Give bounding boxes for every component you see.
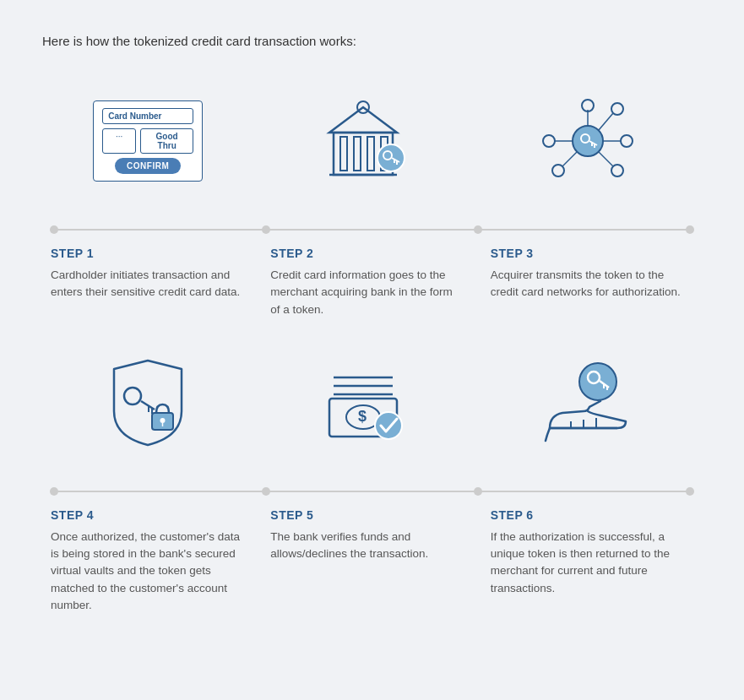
step3-text-cell: STEP 3 Acquirer transmits the token to t…	[482, 238, 702, 335]
step1-label: STEP 1	[51, 247, 245, 260]
step4-icon-area	[51, 344, 245, 462]
svg-point-25	[611, 165, 623, 176]
svg-line-20	[599, 113, 613, 130]
svg-rect-2	[354, 137, 361, 171]
step3-label: STEP 3	[491, 247, 685, 260]
svg-point-23	[621, 135, 633, 147]
confirm-button[interactable]: CONFIRM	[115, 158, 181, 174]
step1-desc: Cardholder initiates transaction and ent…	[51, 267, 245, 301]
step4-desc: Once authorized, the customer's data is …	[51, 529, 245, 614]
svg-point-19	[582, 100, 594, 111]
divider-line-5	[269, 491, 475, 492]
step3-desc: Acquirer transmits the token to the cred…	[491, 267, 685, 301]
step3-cell	[482, 73, 702, 221]
svg-point-30	[124, 388, 141, 404]
step4-text-cell: STEP 4 Once authorized, the customer's d…	[42, 500, 262, 631]
step2-text-cell: STEP 2 Credit card information goes to t…	[262, 238, 481, 335]
step2-desc: Credit card information goes to the merc…	[270, 267, 464, 318]
card-number-field: Card Number	[102, 108, 193, 124]
svg-marker-5	[329, 107, 397, 133]
svg-point-29	[543, 135, 555, 147]
step6-text-cell: STEP 6 If the authorization is successfu…	[482, 500, 702, 631]
svg-rect-3	[367, 137, 374, 171]
bank-key-icon	[317, 95, 418, 187]
step1-cell: Card Number ··· Good Thru CONFIRM	[42, 73, 262, 221]
step6-label: STEP 6	[491, 508, 685, 522]
money-check-icon: $	[317, 356, 418, 449]
svg-text:$: $	[358, 408, 367, 425]
step5-desc: The bank verifies funds and allows/decli…	[270, 529, 464, 563]
divider-dot-8	[686, 487, 694, 496]
step5-icon-area: $	[270, 344, 464, 462]
step4-label: STEP 4	[51, 508, 245, 522]
divider-line-2	[269, 229, 475, 231]
step2-icon-area	[270, 82, 464, 200]
step1-text-cell: STEP 1 Cardholder initiates transaction …	[42, 238, 262, 335]
step5-text-cell: STEP 5 The bank verifies funds and allow…	[262, 500, 481, 631]
intro-text: Here is how the tokenized credit card tr…	[42, 34, 702, 48]
svg-point-35	[160, 418, 166, 423]
step6-icon-area	[491, 344, 685, 462]
svg-line-24	[599, 152, 613, 166]
steps-grid: Card Number ··· Good Thru CONFIRM	[42, 73, 702, 631]
divider-line-4	[57, 491, 263, 492]
svg-point-21	[611, 103, 623, 115]
svg-rect-1	[340, 137, 347, 171]
step3-icon-area	[491, 82, 685, 200]
card-form-icon: Card Number ··· Good Thru CONFIRM	[93, 100, 203, 182]
step5-cell: $	[262, 335, 481, 483]
step4-cell	[42, 335, 262, 483]
step6-cell	[482, 335, 702, 483]
divider-line-1	[57, 229, 263, 231]
svg-point-27	[552, 165, 564, 176]
divider-dot-4	[686, 225, 694, 234]
card-form-second-row: ··· Good Thru	[102, 128, 193, 154]
hand-key-icon	[537, 352, 638, 453]
step1-icon-area: Card Number ··· Good Thru CONFIRM	[51, 82, 245, 200]
divider-row-2	[42, 483, 702, 500]
divider-line-6	[481, 491, 687, 492]
step5-label: STEP 5	[270, 508, 464, 522]
divider-line-3	[481, 229, 687, 231]
shield-lock-key-icon	[97, 352, 198, 453]
network-key-icon	[537, 95, 638, 187]
step2-label: STEP 2	[270, 247, 464, 260]
svg-line-26	[562, 152, 577, 166]
good-thru-field: Good Thru	[140, 128, 193, 154]
step2-cell	[262, 73, 481, 221]
main-container: Here is how the tokenized credit card tr…	[17, 17, 727, 656]
card-dots: ···	[102, 128, 136, 154]
svg-point-43	[375, 412, 402, 439]
divider-row-1	[42, 221, 702, 238]
step6-desc: If the authorization is successful, a un…	[491, 529, 685, 597]
